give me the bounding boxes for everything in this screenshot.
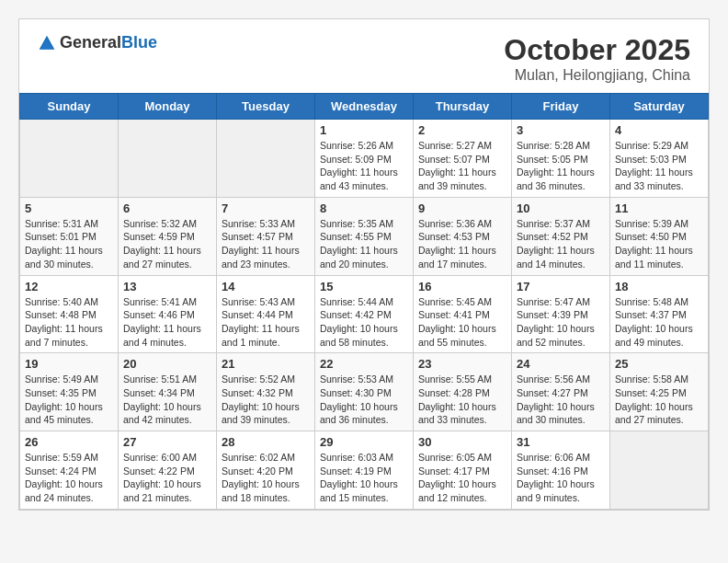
calendar-cell — [610, 431, 709, 510]
day-number: 11 — [615, 201, 703, 215]
day-number: 12 — [25, 280, 113, 293]
calendar-container: GeneralBlue October 2025 Mulan, Heilongj… — [18, 18, 710, 511]
day-of-week-header: Tuesday — [217, 94, 315, 120]
calendar-cell: 25Sunrise: 5:58 AM Sunset: 4:25 PM Dayli… — [610, 353, 709, 431]
calendar-cell: 21Sunrise: 5:52 AM Sunset: 4:32 PM Dayli… — [217, 353, 315, 431]
calendar-cell: 1Sunrise: 5:26 AM Sunset: 5:09 PM Daylig… — [315, 120, 414, 198]
calendar-cell — [217, 120, 315, 198]
day-number: 18 — [615, 280, 703, 293]
day-info: Sunrise: 5:40 AM Sunset: 4:48 PM Dayligh… — [25, 295, 113, 350]
day-info: Sunrise: 5:41 AM Sunset: 4:46 PM Dayligh… — [123, 295, 211, 350]
calendar-cell: 12Sunrise: 5:40 AM Sunset: 4:48 PM Dayli… — [20, 275, 119, 353]
location-title: Mulan, Heilongjiang, China — [504, 67, 690, 84]
day-of-week-header: Friday — [512, 94, 610, 120]
day-number: 9 — [418, 201, 506, 215]
day-info: Sunrise: 5:47 AM Sunset: 4:39 PM Dayligh… — [517, 295, 605, 350]
calendar-week-row: 26Sunrise: 5:59 AM Sunset: 4:24 PM Dayli… — [20, 431, 709, 510]
calendar-week-row: 19Sunrise: 5:49 AM Sunset: 4:35 PM Dayli… — [20, 353, 709, 431]
calendar-header: SundayMondayTuesdayWednesdayThursdayFrid… — [20, 94, 709, 120]
calendar-cell: 6Sunrise: 5:32 AM Sunset: 4:59 PM Daylig… — [119, 197, 217, 275]
day-info: Sunrise: 5:28 AM Sunset: 5:05 PM Dayligh… — [517, 139, 605, 193]
logo-blue: Blue — [121, 33, 157, 52]
logo-icon — [38, 34, 56, 52]
calendar-cell: 10Sunrise: 5:37 AM Sunset: 4:52 PM Dayli… — [512, 197, 610, 275]
day-info: Sunrise: 5:26 AM Sunset: 5:09 PM Dayligh… — [320, 139, 408, 193]
day-number: 25 — [615, 357, 703, 371]
day-info: Sunrise: 5:59 AM Sunset: 4:24 PM Dayligh… — [25, 451, 113, 505]
day-info: Sunrise: 5:43 AM Sunset: 4:44 PM Dayligh… — [222, 295, 310, 350]
calendar-cell: 4Sunrise: 5:29 AM Sunset: 5:03 PM Daylig… — [610, 120, 709, 198]
day-info: Sunrise: 5:49 AM Sunset: 4:35 PM Dayligh… — [25, 373, 113, 427]
day-info: Sunrise: 5:52 AM Sunset: 4:32 PM Dayligh… — [222, 373, 310, 427]
day-info: Sunrise: 5:27 AM Sunset: 5:07 PM Dayligh… — [418, 139, 506, 193]
day-number: 17 — [517, 280, 605, 293]
day-of-week-header: Saturday — [610, 94, 709, 120]
calendar-cell: 13Sunrise: 5:41 AM Sunset: 4:46 PM Dayli… — [119, 275, 217, 353]
day-info: Sunrise: 6:03 AM Sunset: 4:19 PM Dayligh… — [320, 451, 408, 505]
calendar-table: SundayMondayTuesdayWednesdayThursdayFrid… — [19, 93, 709, 510]
day-info: Sunrise: 6:06 AM Sunset: 4:16 PM Dayligh… — [517, 451, 605, 505]
day-info: Sunrise: 6:05 AM Sunset: 4:17 PM Dayligh… — [418, 451, 506, 505]
calendar-cell: 30Sunrise: 6:05 AM Sunset: 4:17 PM Dayli… — [414, 431, 512, 510]
day-header-row: SundayMondayTuesdayWednesdayThursdayFrid… — [20, 94, 709, 120]
calendar-cell: 23Sunrise: 5:55 AM Sunset: 4:28 PM Dayli… — [414, 353, 512, 431]
calendar-cell: 20Sunrise: 5:51 AM Sunset: 4:34 PM Dayli… — [119, 353, 217, 431]
calendar-cell: 16Sunrise: 5:45 AM Sunset: 4:41 PM Dayli… — [414, 275, 512, 353]
calendar-cell: 17Sunrise: 5:47 AM Sunset: 4:39 PM Dayli… — [512, 275, 610, 353]
day-number: 28 — [222, 435, 310, 449]
day-number: 22 — [320, 357, 408, 371]
calendar-cell: 31Sunrise: 6:06 AM Sunset: 4:16 PM Dayli… — [512, 431, 610, 510]
calendar-cell: 3Sunrise: 5:28 AM Sunset: 5:05 PM Daylig… — [512, 120, 610, 198]
calendar-cell: 22Sunrise: 5:53 AM Sunset: 4:30 PM Dayli… — [315, 353, 414, 431]
calendar-cell: 24Sunrise: 5:56 AM Sunset: 4:27 PM Dayli… — [512, 353, 610, 431]
day-number: 15 — [320, 280, 408, 293]
day-of-week-header: Sunday — [20, 94, 119, 120]
day-info: Sunrise: 5:44 AM Sunset: 4:42 PM Dayligh… — [320, 295, 408, 350]
day-number: 29 — [320, 435, 408, 449]
day-number: 16 — [418, 280, 506, 293]
day-info: Sunrise: 5:29 AM Sunset: 5:03 PM Dayligh… — [615, 139, 703, 193]
calendar-cell: 14Sunrise: 5:43 AM Sunset: 4:44 PM Dayli… — [217, 275, 315, 353]
calendar-cell: 27Sunrise: 6:00 AM Sunset: 4:22 PM Dayli… — [119, 431, 217, 510]
calendar-cell: 9Sunrise: 5:36 AM Sunset: 4:53 PM Daylig… — [414, 197, 512, 275]
day-number: 8 — [320, 201, 408, 215]
calendar-cell — [119, 120, 217, 198]
calendar-cell — [20, 120, 119, 198]
day-of-week-header: Thursday — [414, 94, 512, 120]
calendar-cell: 28Sunrise: 6:02 AM Sunset: 4:20 PM Dayli… — [217, 431, 315, 510]
day-info: Sunrise: 5:55 AM Sunset: 4:28 PM Dayligh… — [418, 373, 506, 427]
day-number: 27 — [123, 435, 211, 449]
day-info: Sunrise: 5:58 AM Sunset: 4:25 PM Dayligh… — [615, 373, 703, 427]
day-number: 30 — [418, 435, 506, 449]
logo: GeneralBlue — [38, 33, 157, 52]
calendar-cell: 15Sunrise: 5:44 AM Sunset: 4:42 PM Dayli… — [315, 275, 414, 353]
day-number: 6 — [123, 201, 211, 215]
day-of-week-header: Monday — [119, 94, 217, 120]
day-info: Sunrise: 5:53 AM Sunset: 4:30 PM Dayligh… — [320, 373, 408, 427]
day-info: Sunrise: 5:45 AM Sunset: 4:41 PM Dayligh… — [418, 295, 506, 350]
calendar-cell: 8Sunrise: 5:35 AM Sunset: 4:55 PM Daylig… — [315, 197, 414, 275]
title-block: October 2025 Mulan, Heilongjiang, China — [504, 33, 690, 84]
day-info: Sunrise: 5:32 AM Sunset: 4:59 PM Dayligh… — [123, 217, 211, 271]
month-title: October 2025 — [504, 33, 690, 67]
day-info: Sunrise: 5:51 AM Sunset: 4:34 PM Dayligh… — [123, 373, 211, 427]
day-info: Sunrise: 5:36 AM Sunset: 4:53 PM Dayligh… — [418, 217, 506, 271]
day-info: Sunrise: 5:48 AM Sunset: 4:37 PM Dayligh… — [615, 295, 703, 350]
day-info: Sunrise: 5:31 AM Sunset: 5:01 PM Dayligh… — [25, 217, 113, 271]
day-number: 31 — [517, 435, 605, 449]
day-number: 10 — [517, 201, 605, 215]
calendar-week-row: 5Sunrise: 5:31 AM Sunset: 5:01 PM Daylig… — [20, 197, 709, 275]
logo-general: General — [60, 33, 121, 52]
day-number: 20 — [123, 357, 211, 371]
day-info: Sunrise: 5:35 AM Sunset: 4:55 PM Dayligh… — [320, 217, 408, 271]
calendar-body: 1Sunrise: 5:26 AM Sunset: 5:09 PM Daylig… — [20, 120, 709, 510]
header: GeneralBlue October 2025 Mulan, Heilongj… — [19, 19, 709, 93]
calendar-cell: 11Sunrise: 5:39 AM Sunset: 4:50 PM Dayli… — [610, 197, 709, 275]
day-number: 2 — [418, 123, 506, 137]
day-number: 14 — [222, 280, 310, 293]
day-number: 19 — [25, 357, 113, 371]
day-number: 26 — [25, 435, 113, 449]
day-number: 3 — [517, 123, 605, 137]
day-number: 1 — [320, 123, 408, 137]
day-number: 24 — [517, 357, 605, 371]
